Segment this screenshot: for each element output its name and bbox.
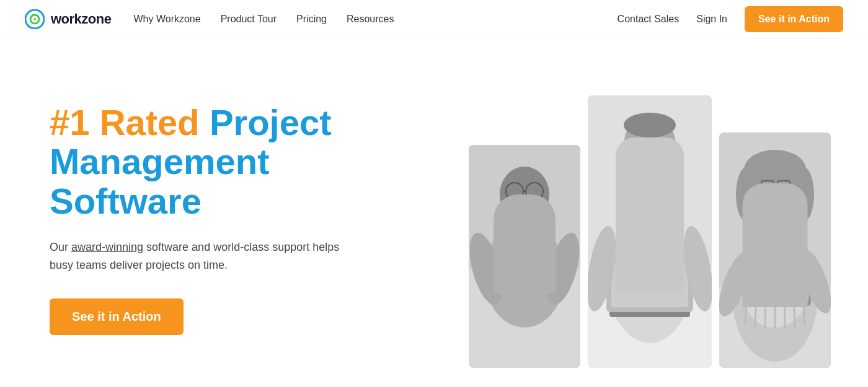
- nav-link-pricing[interactable]: Pricing: [296, 14, 327, 24]
- person-image-3: [719, 133, 831, 368]
- svg-point-17: [614, 213, 686, 300]
- header-cta-button[interactable]: See it in Action: [745, 6, 843, 32]
- svg-point-31: [733, 238, 817, 362]
- hero-title: #1 Rated Project Management Software: [50, 103, 409, 221]
- nav-link-why-workzone[interactable]: Why Workzone: [133, 14, 200, 24]
- nav-item-product-tour[interactable]: Product Tour: [221, 14, 277, 25]
- svg-rect-23: [652, 140, 666, 149]
- header: workzone Why Workzone Product Tour Prici…: [0, 0, 868, 38]
- svg-line-37: [784, 251, 785, 329]
- main-nav: Why Workzone Product Tour Pricing Resour…: [133, 14, 394, 25]
- svg-rect-6: [513, 218, 536, 233]
- hero-content: #1 Rated Project Management Software Our…: [50, 103, 409, 336]
- hero-desc-prefix: Our: [50, 241, 71, 253]
- svg-rect-26: [611, 261, 688, 307]
- header-right: Contact Sales Sign In See it in Action: [618, 6, 843, 32]
- hero-image-left: [469, 145, 580, 368]
- svg-rect-22: [634, 140, 647, 149]
- svg-rect-21: [639, 171, 661, 188]
- logo-text: workzone: [51, 11, 111, 27]
- svg-point-42: [736, 167, 758, 222]
- hero-cta-button[interactable]: See it in Action: [50, 298, 184, 335]
- contact-sales-link[interactable]: Contact Sales: [618, 14, 680, 25]
- svg-point-20: [624, 113, 676, 137]
- hero-image-right: [719, 133, 831, 368]
- hero-section: #1 Rated Project Management Software Our…: [0, 38, 868, 387]
- nav-item-pricing[interactable]: Pricing: [296, 14, 327, 25]
- nav-item-resources[interactable]: Resources: [347, 14, 394, 25]
- nav-link-product-tour[interactable]: Product Tour: [221, 14, 277, 24]
- svg-point-43: [792, 167, 814, 222]
- hero-images: [469, 71, 831, 368]
- hero-description: Our award-winning software and world-cla…: [50, 238, 347, 274]
- svg-point-8: [492, 235, 557, 284]
- svg-rect-49: [796, 278, 808, 302]
- svg-point-2: [33, 18, 36, 20]
- logo[interactable]: workzone: [25, 9, 111, 29]
- workzone-logo-icon: [25, 9, 45, 29]
- hero-title-highlight: #1 Rated: [50, 102, 200, 142]
- nav-item-why-workzone[interactable]: Why Workzone: [133, 14, 200, 25]
- person-image-1: [469, 145, 580, 368]
- svg-point-7: [484, 222, 565, 328]
- svg-line-35: [765, 251, 766, 329]
- nav-link-resources[interactable]: Resources: [347, 14, 394, 24]
- person-image-2: [588, 95, 712, 368]
- svg-point-16: [606, 207, 693, 343]
- award-winning-link[interactable]: award-winning: [71, 241, 143, 253]
- sign-in-link[interactable]: Sign In: [696, 14, 727, 25]
- header-left: workzone Why Workzone Product Tour Prici…: [25, 9, 394, 29]
- svg-rect-44: [765, 211, 785, 225]
- hero-image-center: [588, 95, 712, 368]
